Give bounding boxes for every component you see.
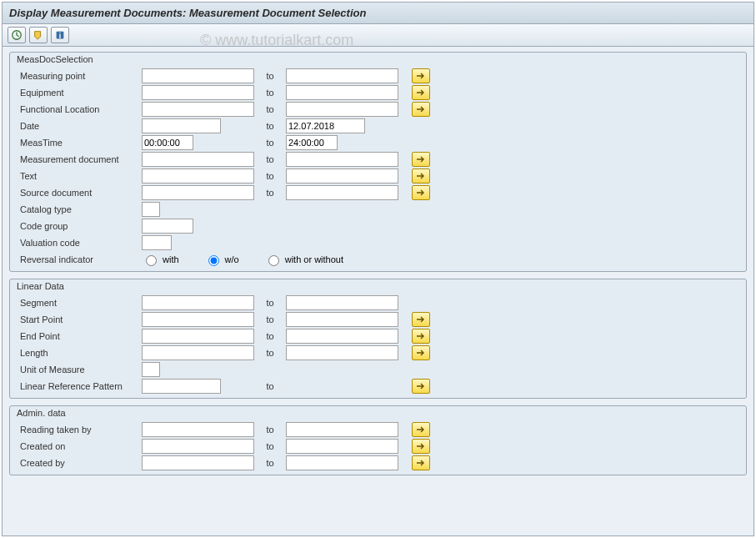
segment-from-input[interactable] — [142, 295, 254, 310]
multiple-selection-button[interactable] — [412, 185, 430, 200]
label-source-document: Source document — [17, 188, 142, 198]
to-label: to — [254, 425, 286, 435]
label-created-by: Created by — [17, 458, 142, 468]
svg-text:i: i — [59, 32, 61, 40]
measuring-point-to-input[interactable] — [286, 68, 398, 83]
to-label: to — [254, 188, 286, 198]
created-on-from-input[interactable] — [142, 439, 254, 454]
text-to-input[interactable] — [286, 168, 398, 184]
reversal-with-radio[interactable]: with — [142, 253, 179, 266]
multiple-selection-button[interactable] — [412, 439, 430, 454]
multiple-selection-button[interactable] — [412, 422, 430, 437]
to-label: to — [254, 121, 286, 131]
measurement-document-from-input[interactable] — [142, 152, 254, 167]
meastime-from-input[interactable] — [142, 135, 193, 150]
label-code-group: Code group — [17, 221, 142, 231]
get-variant-button[interactable] — [29, 27, 48, 43]
to-label: to — [254, 298, 286, 308]
toolbar: i — [3, 24, 753, 47]
end-point-to-input[interactable] — [286, 329, 398, 344]
valuation-code-input[interactable] — [142, 235, 172, 250]
functional-location-from-input[interactable] — [142, 102, 254, 117]
to-label: to — [254, 348, 286, 358]
to-label: to — [254, 154, 286, 164]
multiple-selection-button[interactable] — [412, 168, 430, 184]
meastime-to-input[interactable] — [286, 135, 338, 150]
reading-taken-by-from-input[interactable] — [142, 422, 254, 437]
created-by-from-input[interactable] — [142, 455, 254, 470]
created-by-to-input[interactable] — [286, 455, 398, 470]
execute-button[interactable] — [8, 27, 26, 43]
to-label: to — [254, 441, 286, 451]
start-point-to-input[interactable] — [286, 312, 398, 327]
to-label: to — [254, 314, 286, 324]
to-label: to — [254, 171, 286, 181]
equipment-to-input[interactable] — [286, 85, 398, 100]
label-text: Text — [17, 171, 142, 181]
group-linear-data: Linear Data Segment to Start Point to En… — [9, 279, 747, 399]
label-start-point: Start Point — [17, 314, 142, 324]
multiple-selection-button[interactable] — [412, 455, 430, 470]
label-meastime: MeasTime — [17, 138, 142, 148]
measuring-point-from-input[interactable] — [142, 68, 254, 83]
equipment-from-input[interactable] — [142, 85, 254, 100]
label-unit-of-measure: Unit of Measure — [17, 365, 142, 375]
label-reversal-indicator: Reversal indicator — [17, 254, 142, 264]
radio-label: w/o — [225, 254, 239, 264]
label-valuation-code: Valuation code — [17, 238, 142, 248]
code-group-input[interactable] — [142, 219, 193, 234]
reversal-wo-radio[interactable]: w/o — [204, 253, 239, 266]
label-functional-location: Functional Location — [17, 104, 142, 114]
label-reading-taken-by: Reading taken by — [17, 425, 142, 435]
to-label: to — [254, 381, 286, 391]
reversal-both-radio[interactable]: with or without — [264, 253, 343, 266]
start-point-from-input[interactable] — [142, 312, 254, 327]
date-to-input[interactable] — [286, 118, 365, 133]
label-measurement-document: Measurement document — [17, 154, 142, 164]
multiple-selection-button[interactable] — [412, 379, 430, 394]
length-from-input[interactable] — [142, 345, 254, 360]
label-date: Date — [17, 121, 142, 131]
catalog-type-input[interactable] — [142, 202, 160, 217]
info-button[interactable]: i — [51, 27, 69, 43]
length-to-input[interactable] — [286, 345, 398, 360]
group-title: Linear Data — [10, 279, 746, 294]
created-on-to-input[interactable] — [286, 439, 398, 454]
label-linear-ref-pattern: Linear Reference Pattern — [17, 381, 142, 391]
group-admin-data: Admin. data Reading taken by to Created … — [9, 405, 747, 475]
segment-to-input[interactable] — [286, 295, 398, 310]
label-length: Length — [17, 348, 142, 358]
radio-label: with or without — [285, 254, 343, 264]
to-label: to — [254, 331, 286, 341]
multiple-selection-button[interactable] — [412, 312, 430, 327]
multiple-selection-button[interactable] — [412, 102, 430, 117]
label-end-point: End Point — [17, 331, 142, 341]
multiple-selection-button[interactable] — [412, 68, 430, 83]
text-from-input[interactable] — [142, 168, 254, 184]
radio-label: with — [163, 254, 179, 264]
group-title: Admin. data — [10, 406, 746, 421]
label-measuring-point: Measuring point — [17, 71, 142, 81]
end-point-from-input[interactable] — [142, 329, 254, 344]
label-catalog-type: Catalog type — [17, 204, 142, 214]
group-measdocselection: MeasDocSelection Measuring point to Equi… — [9, 52, 747, 272]
multiple-selection-button[interactable] — [412, 329, 430, 344]
label-created-on: Created on — [17, 441, 142, 451]
source-document-from-input[interactable] — [142, 185, 254, 200]
unit-of-measure-input[interactable] — [142, 362, 160, 377]
measurement-document-to-input[interactable] — [286, 152, 398, 167]
to-label: to — [254, 71, 286, 81]
source-document-to-input[interactable] — [286, 185, 398, 200]
date-from-input[interactable] — [142, 118, 221, 133]
reading-taken-by-to-input[interactable] — [286, 422, 398, 437]
linear-ref-pattern-from-input[interactable] — [142, 379, 221, 394]
to-label: to — [254, 138, 286, 148]
multiple-selection-button[interactable] — [412, 345, 430, 360]
page-title: Display Measurement Documents: Measureme… — [3, 3, 753, 24]
multiple-selection-button[interactable] — [412, 85, 430, 100]
group-title: MeasDocSelection — [10, 53, 746, 68]
to-label: to — [254, 458, 286, 468]
label-segment: Segment — [17, 298, 142, 308]
multiple-selection-button[interactable] — [412, 152, 430, 167]
functional-location-to-input[interactable] — [286, 102, 398, 117]
